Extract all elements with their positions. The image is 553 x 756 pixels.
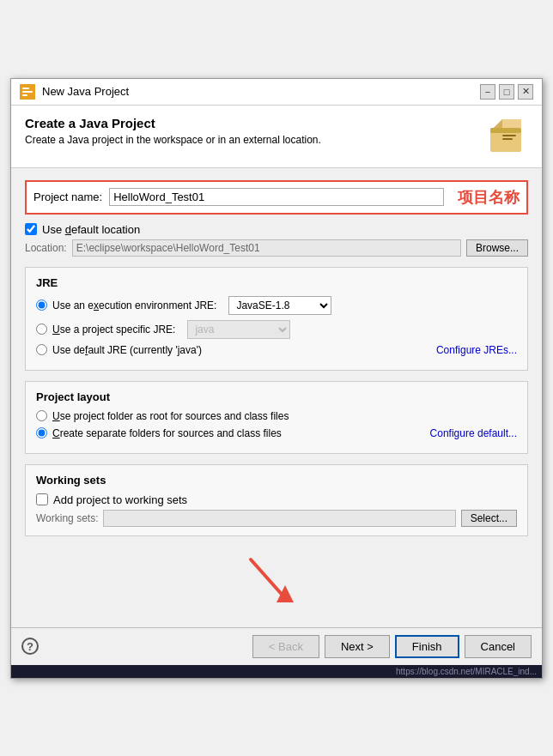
svg-rect-5 [490, 128, 521, 133]
layout-option1-row: Use project folder as root for sources a… [36, 410, 517, 422]
project-name-label: Project name: [33, 191, 102, 203]
jre-option2-select[interactable]: java [187, 320, 290, 339]
url-text: https://blog.csdn.net/MIRACLE_ind... [396, 667, 537, 676]
header-title: Create a Java Project [25, 116, 321, 130]
working-sets-input-label: Working sets: [36, 512, 98, 524]
jre-option3-radio[interactable] [36, 344, 47, 355]
layout-option2-label: Create separate folders for sources and … [52, 427, 282, 439]
footer-left: ? [21, 638, 39, 655]
header-subtitle: Create a Java project in the workspace o… [25, 134, 321, 146]
layout-option2-radio[interactable] [36, 427, 47, 438]
default-location-checkbox[interactable] [25, 223, 37, 235]
working-sets-checkbox-label: Add project to working sets [53, 493, 187, 506]
new-java-project-dialog: New Java Project − □ ✕ Create a Java Pro… [10, 78, 543, 679]
location-label: Location: [25, 242, 67, 254]
svg-rect-1 [22, 88, 29, 89]
working-sets-select-button[interactable]: Select... [461, 510, 517, 527]
svg-rect-9 [502, 138, 513, 140]
working-sets-input-row: Working sets: Select... [36, 510, 517, 527]
arrow-area [25, 547, 528, 615]
project-layout-section: Project layout Use project folder as roo… [25, 381, 528, 454]
header-text: Create a Java Project Create a Java proj… [25, 116, 321, 146]
url-bar: https://blog.csdn.net/MIRACLE_ind... [11, 665, 542, 678]
svg-rect-8 [502, 135, 516, 136]
jre-section-label: JRE [36, 276, 517, 289]
default-location-text: Use default location [42, 223, 140, 236]
dialog-icon [20, 84, 35, 100]
title-bar: New Java Project − □ ✕ [11, 79, 542, 106]
svg-line-10 [251, 559, 285, 598]
default-location-label: Use default location [42, 223, 140, 236]
dialog-body: Project name: 项目名称 Use default location … [11, 168, 542, 627]
jre-option1-select[interactable]: JavaSE-1.8 [228, 296, 331, 315]
layout-option2-row: Create separate folders for sources and … [36, 427, 517, 439]
working-sets-section: Working sets Add project to working sets… [25, 464, 528, 536]
maximize-button[interactable]: □ [499, 84, 514, 100]
next-button[interactable]: Next > [325, 635, 390, 658]
jre-option2-label: Use a project specific JRE: [52, 324, 175, 336]
svg-rect-2 [22, 91, 33, 93]
project-name-input[interactable] [109, 188, 444, 206]
dialog-footer: ? < Back Next > Finish Cancel [11, 627, 542, 665]
layout-option1-label: Use project folder as root for sources a… [52, 410, 289, 422]
working-sets-checkbox-row: Add project to working sets [36, 493, 517, 506]
svg-marker-7 [494, 119, 502, 128]
svg-rect-3 [22, 94, 27, 96]
close-button[interactable]: ✕ [518, 84, 533, 100]
dialog-header: Create a Java Project Create a Java proj… [11, 106, 542, 168]
help-button[interactable]: ? [21, 638, 39, 655]
annotation-label: 项目名称 [458, 187, 520, 208]
footer-buttons: < Back Next > Finish Cancel [252, 635, 532, 658]
jre-option2-row: Use a project specific JRE: java [36, 320, 517, 339]
cancel-button[interactable]: Cancel [465, 635, 532, 658]
jre-section: JRE Use an execution environment JRE: Ja… [25, 267, 528, 371]
jre-option1-label: Use an execution environment JRE: [52, 299, 216, 311]
jre-option3-row: Use default JRE (currently 'java') Confi… [36, 344, 517, 356]
working-sets-input[interactable] [103, 510, 455, 527]
jre-option1-radio[interactable] [36, 299, 47, 311]
project-layout-label: Project layout [36, 390, 517, 403]
location-row: Location: Browse... [25, 239, 528, 257]
default-location-row: Use default location [25, 223, 528, 236]
header-icon [487, 116, 528, 157]
layout-option1-radio[interactable] [36, 410, 47, 421]
configure-default-link[interactable]: Configure default... [430, 427, 517, 439]
dialog-title: New Java Project [42, 85, 473, 98]
location-input[interactable] [72, 239, 461, 257]
working-sets-label: Working sets [36, 474, 517, 487]
browse-button[interactable]: Browse... [466, 239, 528, 257]
configure-jres-link[interactable]: Configure JREs... [436, 344, 517, 356]
working-sets-checkbox[interactable] [36, 493, 48, 505]
jre-option3-label: Use default JRE (currently 'java') [52, 344, 202, 356]
minimize-button[interactable]: − [480, 84, 495, 100]
finish-button[interactable]: Finish [395, 635, 459, 658]
jre-option2-radio[interactable] [36, 324, 47, 335]
jre-option1-row: Use an execution environment JRE: JavaSE… [36, 296, 517, 315]
arrow-icon [225, 551, 328, 611]
window-controls: − □ ✕ [480, 84, 533, 100]
project-name-section: Project name: 项目名称 [25, 180, 528, 215]
back-button[interactable]: < Back [252, 635, 319, 658]
